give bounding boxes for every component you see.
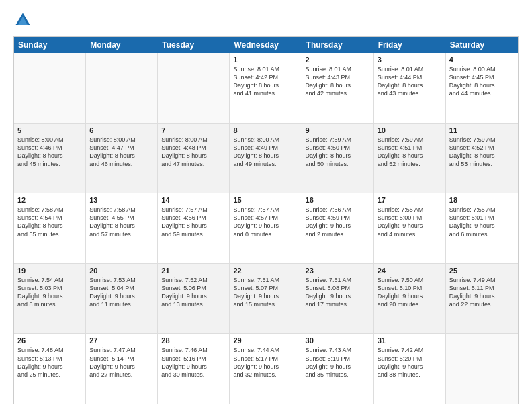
calendar-cell: 29Sunrise: 7:44 AM Sunset: 5:17 PM Dayli… (230, 334, 302, 404)
calendar-cell: 7Sunrise: 8:00 AM Sunset: 4:48 PM Daylig… (158, 124, 230, 193)
calendar-cell: 19Sunrise: 7:54 AM Sunset: 5:03 PM Dayli… (14, 264, 86, 334)
cell-day-number: 9 (306, 126, 370, 134)
calendar-cell (14, 53, 86, 123)
cell-info: Sunrise: 7:49 AM Sunset: 5:11 PM Dayligh… (449, 276, 515, 309)
calendar-cell: 17Sunrise: 7:55 AM Sunset: 5:00 PM Dayli… (374, 193, 446, 263)
calendar-cell (158, 53, 230, 123)
cell-day-number: 31 (378, 336, 442, 345)
cell-day-number: 21 (161, 267, 226, 275)
cell-info: Sunrise: 8:01 AM Sunset: 4:43 PM Dayligh… (306, 65, 370, 98)
calendar-cell: 11Sunrise: 7:59 AM Sunset: 4:52 PM Dayli… (446, 124, 518, 193)
cell-info: Sunrise: 7:42 AM Sunset: 5:20 PM Dayligh… (378, 346, 442, 379)
day-header-thursday: Thursday (302, 37, 374, 53)
cell-info: Sunrise: 7:59 AM Sunset: 4:51 PM Dayligh… (378, 136, 442, 169)
calendar-cell: 30Sunrise: 7:43 AM Sunset: 5:19 PM Dayli… (302, 334, 374, 404)
cell-info: Sunrise: 7:50 AM Sunset: 5:10 PM Dayligh… (378, 276, 442, 309)
calendar-cell: 23Sunrise: 7:51 AM Sunset: 5:08 PM Dayli… (302, 264, 374, 334)
calendar-cell: 25Sunrise: 7:49 AM Sunset: 5:11 PM Dayli… (446, 264, 518, 334)
cell-info: Sunrise: 7:44 AM Sunset: 5:17 PM Dayligh… (233, 346, 298, 379)
calendar-cell: 20Sunrise: 7:53 AM Sunset: 5:04 PM Dayli… (86, 264, 158, 334)
cell-day-number: 2 (306, 56, 370, 64)
day-header-saturday: Saturday (446, 37, 518, 53)
cell-day-number: 24 (378, 267, 442, 275)
cell-info: Sunrise: 7:51 AM Sunset: 5:08 PM Dayligh… (306, 276, 370, 309)
calendar-cell: 27Sunrise: 7:47 AM Sunset: 5:14 PM Dayli… (86, 334, 158, 404)
cell-day-number: 17 (378, 196, 442, 204)
cell-day-number: 5 (17, 126, 82, 134)
cell-day-number: 13 (89, 196, 154, 204)
cell-day-number: 7 (161, 126, 226, 134)
cell-info: Sunrise: 7:48 AM Sunset: 5:13 PM Dayligh… (17, 346, 82, 379)
cell-info: Sunrise: 7:47 AM Sunset: 5:14 PM Dayligh… (89, 346, 154, 379)
calendar-cell: 31Sunrise: 7:42 AM Sunset: 5:20 PM Dayli… (374, 334, 446, 404)
cell-day-number: 26 (17, 336, 82, 345)
cell-info: Sunrise: 7:55 AM Sunset: 5:00 PM Dayligh… (378, 205, 442, 238)
day-header-tuesday: Tuesday (158, 37, 230, 53)
calendar-row-3: 19Sunrise: 7:54 AM Sunset: 5:03 PM Dayli… (14, 264, 518, 334)
calendar-cell (446, 334, 518, 404)
cell-info: Sunrise: 7:55 AM Sunset: 5:01 PM Dayligh… (449, 205, 515, 238)
cell-info: Sunrise: 7:51 AM Sunset: 5:07 PM Dayligh… (233, 276, 298, 309)
cell-day-number: 30 (306, 336, 370, 345)
cell-day-number: 10 (378, 126, 442, 134)
cell-day-number: 14 (161, 196, 226, 204)
calendar-cell: 28Sunrise: 7:46 AM Sunset: 5:16 PM Dayli… (158, 334, 230, 404)
cell-info: Sunrise: 7:43 AM Sunset: 5:19 PM Dayligh… (306, 346, 370, 379)
cell-info: Sunrise: 7:53 AM Sunset: 5:04 PM Dayligh… (89, 276, 154, 309)
calendar-body: 1Sunrise: 8:01 AM Sunset: 4:42 PM Daylig… (14, 53, 518, 404)
calendar-cell: 2Sunrise: 8:01 AM Sunset: 4:43 PM Daylig… (302, 53, 374, 123)
cell-info: Sunrise: 7:46 AM Sunset: 5:16 PM Dayligh… (161, 346, 226, 379)
calendar-cell: 5Sunrise: 8:00 AM Sunset: 4:46 PM Daylig… (14, 124, 86, 193)
cell-info: Sunrise: 8:01 AM Sunset: 4:44 PM Dayligh… (378, 65, 442, 98)
cell-info: Sunrise: 7:56 AM Sunset: 4:59 PM Dayligh… (306, 205, 370, 238)
cell-day-number: 18 (449, 196, 515, 204)
cell-day-number: 22 (233, 267, 298, 275)
day-header-monday: Monday (86, 37, 158, 53)
calendar-cell: 8Sunrise: 8:00 AM Sunset: 4:49 PM Daylig… (230, 124, 302, 193)
cell-day-number: 4 (449, 56, 515, 64)
calendar-row-0: 1Sunrise: 8:01 AM Sunset: 4:42 PM Daylig… (14, 53, 518, 124)
header (13, 11, 519, 30)
cell-day-number: 27 (89, 336, 154, 345)
page: SundayMondayTuesdayWednesdayThursdayFrid… (0, 0, 532, 411)
calendar-cell: 26Sunrise: 7:48 AM Sunset: 5:13 PM Dayli… (14, 334, 86, 404)
calendar-cell: 16Sunrise: 7:56 AM Sunset: 4:59 PM Dayli… (302, 193, 374, 263)
calendar-cell: 22Sunrise: 7:51 AM Sunset: 5:07 PM Dayli… (230, 264, 302, 334)
calendar-cell: 15Sunrise: 7:57 AM Sunset: 4:57 PM Dayli… (230, 193, 302, 263)
cell-info: Sunrise: 7:59 AM Sunset: 4:52 PM Dayligh… (449, 136, 515, 169)
cell-info: Sunrise: 7:52 AM Sunset: 5:06 PM Dayligh… (161, 276, 226, 309)
cell-info: Sunrise: 7:57 AM Sunset: 4:57 PM Dayligh… (233, 205, 298, 238)
calendar-cell: 13Sunrise: 7:58 AM Sunset: 4:55 PM Dayli… (86, 193, 158, 263)
day-header-sunday: Sunday (14, 37, 86, 53)
calendar-cell: 10Sunrise: 7:59 AM Sunset: 4:51 PM Dayli… (374, 124, 446, 193)
calendar-cell: 4Sunrise: 8:00 AM Sunset: 4:45 PM Daylig… (446, 53, 518, 123)
cell-day-number: 28 (161, 336, 226, 345)
cell-day-number: 8 (233, 126, 298, 134)
cell-info: Sunrise: 7:58 AM Sunset: 4:55 PM Dayligh… (89, 205, 154, 238)
logo (13, 11, 35, 30)
calendar-cell: 9Sunrise: 7:59 AM Sunset: 4:50 PM Daylig… (302, 124, 374, 193)
cell-info: Sunrise: 8:01 AM Sunset: 4:42 PM Dayligh… (233, 65, 298, 98)
cell-day-number: 11 (449, 126, 515, 134)
calendar: SundayMondayTuesdayWednesdayThursdayFrid… (13, 36, 519, 404)
cell-info: Sunrise: 7:54 AM Sunset: 5:03 PM Dayligh… (17, 276, 82, 309)
day-header-wednesday: Wednesday (230, 37, 302, 53)
calendar-header: SundayMondayTuesdayWednesdayThursdayFrid… (14, 37, 518, 53)
cell-info: Sunrise: 8:00 AM Sunset: 4:46 PM Dayligh… (17, 136, 82, 169)
cell-info: Sunrise: 8:00 AM Sunset: 4:47 PM Dayligh… (89, 136, 154, 169)
day-header-friday: Friday (374, 37, 446, 53)
calendar-row-2: 12Sunrise: 7:58 AM Sunset: 4:54 PM Dayli… (14, 193, 518, 264)
cell-day-number: 29 (233, 336, 298, 345)
calendar-cell: 12Sunrise: 7:58 AM Sunset: 4:54 PM Dayli… (14, 193, 86, 263)
cell-day-number: 16 (306, 196, 370, 204)
calendar-cell: 14Sunrise: 7:57 AM Sunset: 4:56 PM Dayli… (158, 193, 230, 263)
cell-info: Sunrise: 7:58 AM Sunset: 4:54 PM Dayligh… (17, 205, 82, 238)
calendar-cell (86, 53, 158, 123)
cell-day-number: 12 (17, 196, 82, 204)
calendar-cell: 6Sunrise: 8:00 AM Sunset: 4:47 PM Daylig… (86, 124, 158, 193)
calendar-cell: 21Sunrise: 7:52 AM Sunset: 5:06 PM Dayli… (158, 264, 230, 334)
cell-day-number: 20 (89, 267, 154, 275)
calendar-cell: 3Sunrise: 8:01 AM Sunset: 4:44 PM Daylig… (374, 53, 446, 123)
cell-day-number: 25 (449, 267, 515, 275)
cell-day-number: 19 (17, 267, 82, 275)
